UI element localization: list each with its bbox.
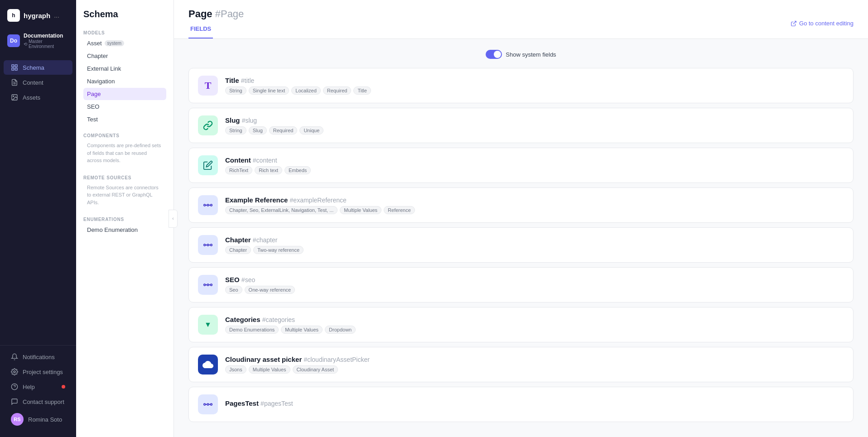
field-anchor-example-reference: #exampleReference: [290, 197, 347, 204]
field-tag: Slug: [249, 126, 267, 134]
svg-rect-3: [12, 68, 14, 70]
content-icon: [11, 79, 18, 86]
user-item[interactable]: RS Romina Soto: [4, 409, 72, 429]
sidebar-item-label: Notifications: [23, 354, 55, 360]
sidebar-item-schema[interactable]: Schema: [4, 60, 72, 75]
field-tag: Multiple Values: [281, 326, 323, 334]
field-name-pagestest: PagesTest #pagesTest: [225, 399, 844, 407]
chapter-label: Chapter: [87, 53, 108, 59]
field-card-content[interactable]: Content #content RichText Rich text Embe…: [188, 148, 854, 183]
sidebar-item-contact-support[interactable]: Contact support: [4, 394, 72, 409]
schema-item-page[interactable]: Page: [83, 88, 166, 100]
field-tag: RichText: [225, 166, 252, 174]
toggle-track[interactable]: [486, 50, 502, 59]
field-anchor-pagestest: #pagesTest: [260, 400, 293, 407]
field-card-seo[interactable]: SEO #seo Seo One-way reference: [188, 267, 854, 303]
asset-label: Asset: [87, 40, 102, 47]
field-info-pagestest: PagesTest #pagesTest: [225, 399, 844, 409]
sidebar-item-label: Project settings: [23, 369, 63, 375]
field-icon-title: T: [198, 76, 218, 96]
sidebar-item-assets[interactable]: Assets: [4, 90, 72, 105]
field-anchor-chapter: #chapter: [253, 236, 277, 244]
chat-icon: [11, 398, 18, 405]
field-tag: Rich text: [255, 166, 282, 174]
help-notification-dot: [62, 385, 65, 389]
navigation-label: Navigation: [87, 78, 115, 85]
tab-fields[interactable]: FIELDS: [188, 20, 213, 38]
field-card-title[interactable]: T Title #title String Single line text L…: [188, 68, 854, 103]
field-info-cloudinary: Cloudinary asset picker #cloudinaryAsset…: [225, 355, 844, 374]
field-tag: Required: [323, 86, 352, 95]
sidebar-item-help[interactable]: Help: [4, 379, 72, 394]
remote-sources-label: REMOTE SOURCES: [83, 175, 166, 180]
remote-sources-section: REMOTE SOURCES Remote Sources are connec…: [76, 170, 174, 212]
field-card-chapter[interactable]: Chapter #chapter Chapter Two-way referen…: [188, 227, 854, 263]
field-card-example-reference[interactable]: Example Reference #exampleReference Chap…: [188, 187, 854, 223]
main-nav: Schema Content Assets: [0, 56, 76, 345]
field-icon-content: [198, 155, 218, 175]
field-tag: Multiple Values: [340, 206, 381, 214]
field-name-content: Content #content: [225, 156, 844, 164]
enumerations-section: ENUMERATIONS Demo Enumeration: [76, 211, 174, 238]
env-icon: ⟲: [24, 42, 27, 47]
field-tag: Localized: [291, 86, 320, 95]
field-card-slug[interactable]: Slug #slug String Slug Required Unique: [188, 108, 854, 143]
field-tags-slug: String Slug Required Unique: [225, 126, 844, 134]
svg-point-19: [211, 244, 212, 246]
field-card-pagestest[interactable]: PagesTest #pagesTest: [188, 387, 854, 422]
page-label: Page: [87, 91, 101, 97]
project-info[interactable]: Do Documentation ⟲ Master Environment: [0, 29, 76, 56]
schema-item-external-link[interactable]: External Link: [83, 62, 166, 75]
bell-icon: [11, 353, 18, 360]
schema-item-navigation[interactable]: Navigation: [83, 75, 166, 87]
field-tag: One-way reference: [245, 286, 295, 294]
schema-item-seo[interactable]: SEO: [83, 101, 166, 113]
field-card-categories[interactable]: ▼ Categories #categories Demo Enumeratio…: [188, 307, 854, 342]
toggle-thumb: [494, 51, 501, 58]
field-tags-categories: Demo Enumerations Multiple Values Dropdo…: [225, 326, 844, 334]
sidebar-item-content[interactable]: Content: [4, 75, 72, 90]
main-content: ‹ Page #Page FIELDS Go to content editin…: [174, 0, 868, 437]
svg-point-14: [211, 204, 212, 206]
app-name: hygraph: [24, 12, 50, 19]
collapse-button[interactable]: ‹: [174, 210, 178, 228]
system-toggle[interactable]: Show system fields: [188, 50, 854, 59]
go-to-content-link[interactable]: Go to content editing: [791, 20, 854, 27]
cloudinary-icon: [203, 359, 213, 370]
sidebar-item-label: Content: [23, 79, 43, 86]
sidebar-item-label: Schema: [23, 64, 44, 71]
schema-item-chapter[interactable]: Chapter: [83, 50, 166, 62]
schema-item-asset[interactable]: Asset system: [83, 37, 166, 49]
page-hash: #Page: [215, 8, 244, 19]
field-tags-cloudinary: Jsons Multiple Values Cloudinary Asset: [225, 365, 844, 374]
components-label: COMPONENTS: [83, 133, 166, 138]
svg-line-11: [793, 21, 796, 24]
settings-icon: [11, 368, 18, 375]
field-icon-seo: [198, 275, 218, 295]
svg-point-18: [204, 244, 206, 246]
assets-icon: [11, 94, 18, 101]
schema-sidebar: Schema MODELS Asset system Chapter Exter…: [76, 0, 174, 437]
test-label: Test: [87, 116, 98, 123]
field-anchor-content: #content: [253, 157, 277, 164]
project-avatar: Do: [7, 34, 20, 47]
field-tag: Chapter, Seo, ExternalLink, Navigation, …: [225, 206, 338, 214]
logo-icon: h: [7, 9, 20, 22]
svg-point-23: [204, 284, 206, 286]
reference-icon: [203, 280, 213, 290]
sidebar-item-label: Help: [23, 384, 35, 390]
field-info-title: Title #title String Single line text Loc…: [225, 77, 844, 95]
schema-item-test[interactable]: Test: [83, 113, 166, 125]
field-anchor-categories: #categories: [262, 316, 295, 323]
field-info-chapter: Chapter #chapter Chapter Two-way referen…: [225, 236, 844, 254]
sidebar-item-label: Assets: [23, 94, 40, 101]
field-name-example-reference: Example Reference #exampleReference: [225, 196, 844, 204]
field-tag: Two-way reference: [253, 246, 304, 254]
svg-point-17: [207, 244, 209, 246]
field-card-cloudinary[interactable]: Cloudinary asset picker #cloudinaryAsset…: [188, 347, 854, 382]
sidebar-item-notifications[interactable]: Notifications: [4, 350, 72, 364]
models-label: MODELS: [83, 30, 166, 35]
schema-item-demo-enumeration[interactable]: Demo Enumeration: [83, 224, 166, 236]
reference-icon: [203, 200, 213, 210]
sidebar-item-project-settings[interactable]: Project settings: [4, 365, 72, 379]
